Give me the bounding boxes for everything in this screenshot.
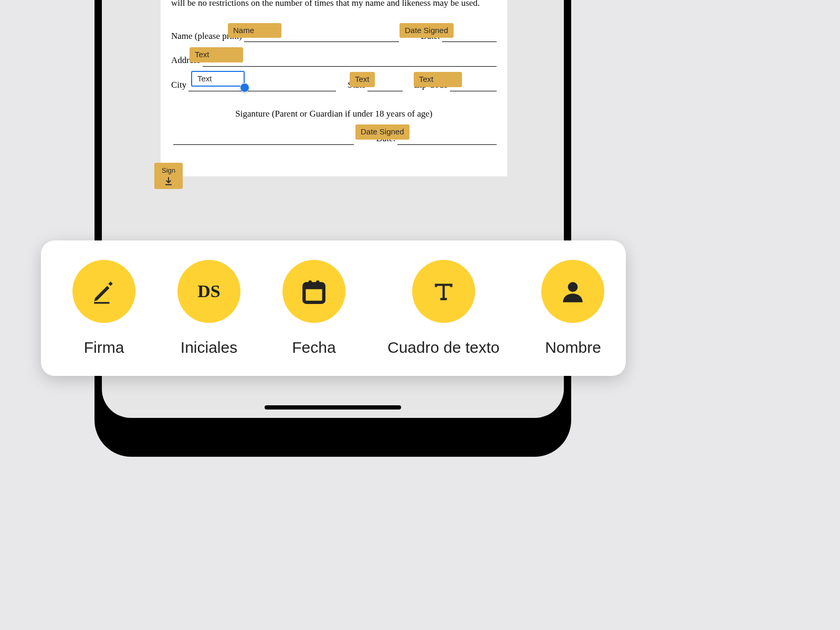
svg-rect-3: [304, 284, 324, 289]
toolbar-item-signature[interactable]: Firma: [72, 260, 135, 356]
tag-sign[interactable]: Sign: [154, 163, 183, 189]
person-icon: [541, 260, 604, 323]
svg-rect-4: [309, 280, 312, 286]
document-page: production mentioned above, whether by f…: [161, 0, 507, 176]
field-line: [368, 91, 403, 91]
tag-text-address[interactable]: Text: [190, 47, 243, 62]
field-label-city: City: [171, 79, 186, 91]
signature-caption: Siganture (Parent or Guardian if under 1…: [171, 108, 497, 120]
toolbar-label: Cuadro de texto: [387, 339, 499, 356]
toolbar-label: Nombre: [545, 339, 601, 356]
tag-text-city-selected[interactable]: Text: [191, 71, 245, 87]
sign-label: Sign: [162, 166, 175, 175]
toolbar-label: Fecha: [292, 339, 335, 356]
text-icon: [412, 260, 475, 323]
arrow-down-icon: [164, 176, 173, 186]
tag-text-state[interactable]: Text: [350, 72, 375, 87]
toolbar-item-textbox[interactable]: Cuadro de texto: [387, 260, 499, 356]
field-line: [244, 41, 399, 42]
field-line: [188, 91, 336, 91]
field-line: [173, 144, 354, 145]
svg-point-6: [568, 282, 578, 292]
phone-frame: production mentioned above, whether by f…: [94, 0, 571, 457]
calendar-icon: [282, 260, 345, 323]
toolbar-item-initials[interactable]: DS Iniciales: [177, 260, 240, 356]
signature-icon: [72, 260, 135, 323]
tag-date-signed[interactable]: Date Signed: [400, 23, 454, 38]
field-types-toolbar: Firma DS Iniciales Fecha Cuadro de texto…: [41, 240, 626, 376]
toolbar-item-date[interactable]: Fecha: [282, 260, 345, 356]
toolbar-item-name[interactable]: Nombre: [541, 260, 604, 356]
initials-text: DS: [197, 281, 220, 301]
field-line: [450, 91, 497, 91]
field-line: [442, 41, 497, 42]
tag-date-signed-2[interactable]: Date Signed: [355, 124, 410, 139]
initials-icon: DS: [177, 260, 240, 323]
toolbar-label: Firma: [84, 339, 124, 356]
svg-rect-5: [316, 280, 319, 286]
field-line: [203, 66, 497, 67]
home-indicator: [265, 405, 401, 410]
tag-name[interactable]: Name: [228, 23, 281, 38]
field-line: [397, 144, 497, 145]
toolbar-label: Iniciales: [181, 339, 237, 356]
doc-paragraph: I further understand the master tape rem…: [171, 0, 497, 9]
tag-label: Text: [197, 74, 212, 83]
tag-text-zip[interactable]: Text: [414, 72, 462, 87]
